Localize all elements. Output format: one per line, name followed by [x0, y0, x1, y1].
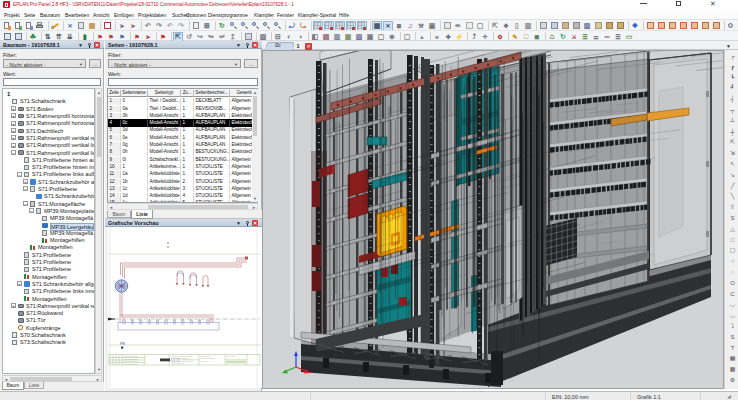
svg-text:xxxxx xxxx: xxxxx xxxx — [174, 362, 184, 364]
svg-text:PE: PE — [120, 342, 125, 346]
svg-text:xxxx xxxxx xxxx: xxxx xxxxx xxxx — [124, 363, 138, 365]
svg-text:xxxxx xxx: xxxxx xxx — [200, 360, 209, 362]
svg-text:xxxx xxxxx: xxxx xxxxx — [226, 355, 236, 357]
